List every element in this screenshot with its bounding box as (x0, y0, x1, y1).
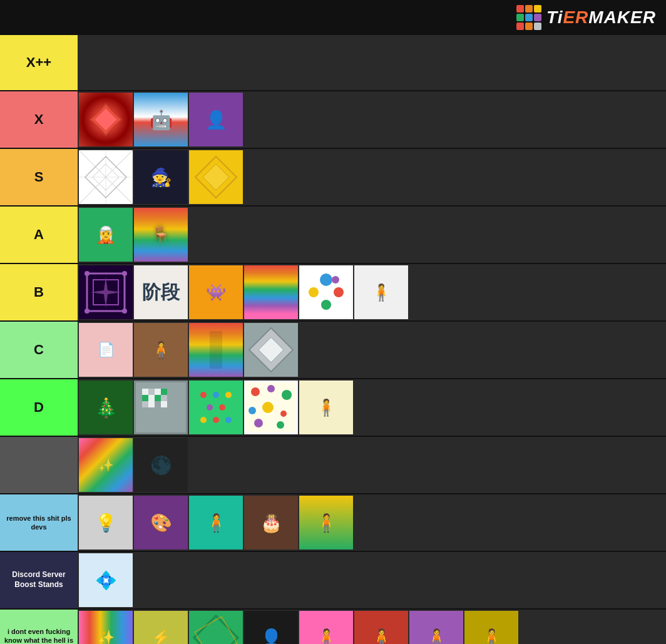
svg-rect-41 (161, 401, 167, 407)
item-yellow-antennae[interactable]: 👾 (189, 265, 243, 319)
item-red-char[interactable]: 🧍 (354, 611, 408, 644)
tier-label-d: D (0, 379, 78, 436)
item-purple-splash[interactable]: 🎨 (134, 496, 188, 549)
svg-point-54 (282, 390, 292, 400)
item-colorful-balls[interactable] (299, 265, 353, 319)
tier-row-remove: remove this shit pls devs 💡 🎨 🧍 🎂 (0, 494, 666, 552)
item-light-blue-stand[interactable]: 💠 (79, 553, 133, 607)
item-yellow-diamonds[interactable] (189, 150, 243, 204)
item-rainbow-chair[interactable]: 🪑 (134, 208, 188, 262)
logo-title: TiERMAKER (546, 8, 656, 28)
svg-rect-31 (148, 389, 155, 395)
item-dots-bg[interactable] (189, 381, 243, 434)
svg-rect-30 (142, 389, 148, 395)
tier-items-a: 🧝 🪑 (78, 207, 666, 263)
logo-cell-8 (525, 23, 533, 30)
item-brown-bg-char[interactable]: 🧍 (134, 323, 188, 377)
tier-row-dark: ✨ 🌑 (0, 437, 666, 494)
item-white-bg-char[interactable]: 🧍 (354, 265, 408, 319)
item-yellow-dark-char[interactable]: 🧍 (464, 611, 518, 644)
item-kanji[interactable]: 阶段 (134, 265, 188, 319)
item-green-xmas[interactable]: 🎄 (79, 381, 133, 434)
item-rainbow-hori[interactable]: ✨ (79, 611, 133, 644)
header: TiERMAKER (0, 0, 666, 35)
svg-point-52 (251, 387, 260, 396)
svg-point-58 (254, 419, 263, 427)
tier-list: X++ X 🤖 (0, 35, 666, 644)
item-purple-ui-frame[interactable] (79, 265, 133, 319)
svg-point-18 (122, 309, 127, 314)
svg-point-17 (85, 309, 90, 314)
tier-items-discord: 💠 (78, 552, 666, 608)
svg-rect-42 (191, 382, 241, 432)
tier-label-discord: Discord Server Boost Stands (0, 552, 78, 608)
svg-point-15 (85, 271, 90, 276)
svg-point-55 (248, 407, 256, 414)
svg-point-46 (207, 404, 213, 411)
tier-label-s: S (0, 149, 78, 205)
item-yellow-stand[interactable]: 🧍 (299, 381, 353, 434)
tier-row-b: B 阶段 (0, 264, 666, 322)
tier-row-a: A 🧝 🪑 (0, 207, 666, 264)
logo-cell-7 (516, 23, 524, 30)
tier-items-dontevent: ✨ ⚡ 👤 (78, 610, 666, 644)
tier-row-s: S 🧙 (0, 149, 666, 207)
item-red-diamond[interactable] (79, 93, 133, 146)
item-particle-char[interactable]: ⚡ (134, 611, 188, 644)
svg-point-53 (267, 385, 275, 392)
logo-cell-5 (525, 14, 533, 21)
tier-label-c: C (0, 322, 78, 378)
logo-cell-3 (534, 5, 541, 13)
item-rainbow-stripe-b[interactable] (244, 265, 298, 319)
tier-items-b: 阶段 👾 (78, 264, 666, 320)
logo-grid-icon (516, 5, 541, 30)
svg-rect-32 (155, 389, 161, 395)
tier-items-dark: ✨ 🌑 (78, 437, 666, 493)
item-pink-paper[interactable]: 📄 (79, 323, 133, 377)
svg-point-43 (200, 392, 207, 398)
item-rainbow-strip[interactable]: ✨ (79, 438, 133, 492)
item-cake[interactable]: 🎂 (244, 496, 298, 549)
item-pixel-char[interactable] (134, 381, 188, 434)
svg-point-50 (225, 417, 232, 423)
item-gray-lamp[interactable]: 💡 (79, 496, 133, 549)
svg-point-48 (200, 417, 207, 423)
svg-point-45 (225, 392, 232, 398)
item-black-char[interactable]: 👤 (244, 611, 298, 644)
item-green-yellow-char[interactable]: 🧍 (299, 496, 353, 549)
svg-rect-38 (142, 401, 148, 407)
tier-row-d: D 🎄 (0, 379, 666, 437)
svg-rect-36 (155, 395, 161, 401)
tier-label-b: B (0, 264, 78, 320)
item-purple-yellow-char[interactable]: 🧍 (409, 611, 463, 644)
item-polka-dots[interactable] (244, 381, 298, 434)
svg-rect-33 (161, 389, 167, 395)
svg-point-57 (280, 411, 287, 417)
item-gray-diamond[interactable] (244, 323, 298, 377)
item-teal-char[interactable]: 🧍 (189, 496, 243, 549)
svg-rect-35 (148, 395, 155, 401)
item-dark-falling-char[interactable]: 🌑 (134, 438, 188, 492)
item-pink-char[interactable]: 🧍 (299, 611, 353, 644)
svg-point-56 (262, 402, 274, 413)
svg-rect-40 (155, 401, 161, 407)
item-purple-shadow[interactable]: 👤 (189, 93, 243, 146)
tier-label-dark (0, 437, 78, 493)
item-green-purple-char[interactable]: 🧝 (79, 208, 133, 262)
item-robot-flag[interactable]: 🤖 (134, 93, 188, 146)
tier-label-a: A (0, 207, 78, 263)
tier-label-x: X (0, 91, 78, 148)
tier-row-xpp: X++ (0, 35, 666, 91)
item-white-diamonds[interactable] (79, 150, 133, 204)
item-purple-cape[interactable]: 🧙 (134, 150, 188, 204)
tier-row-c: C 📄 🧍 (0, 322, 666, 379)
svg-point-16 (122, 271, 127, 276)
svg-point-25 (332, 276, 339, 284)
item-diamond-pattern-char[interactable] (189, 611, 243, 644)
item-rainbow-c-char[interactable] (189, 323, 243, 377)
logo-cell-6 (534, 14, 541, 21)
svg-rect-34 (142, 395, 148, 401)
svg-point-21 (320, 273, 332, 286)
logo-cell-9 (534, 23, 541, 30)
svg-point-22 (334, 287, 344, 297)
